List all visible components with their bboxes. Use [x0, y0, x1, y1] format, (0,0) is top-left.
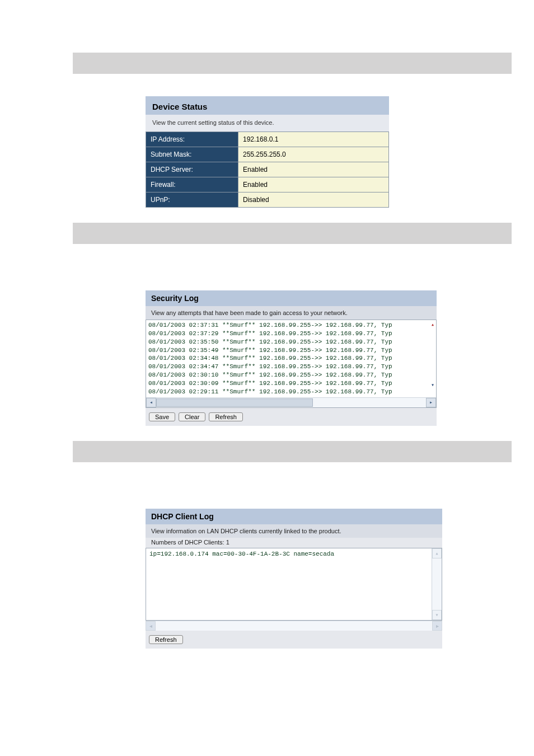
save-button[interactable]: Save: [149, 412, 175, 421]
security-log-subtitle: View any attempts that have been made to…: [146, 306, 437, 320]
scroll-left-icon[interactable]: ◂: [146, 398, 156, 407]
page-band-mid2: [73, 441, 512, 462]
table-row: Firewall: Enabled: [146, 177, 389, 192]
scroll-down-icon[interactable]: ▾: [432, 610, 442, 620]
log-line: 08/01/2003 02:34:48 **Smurf** 192.168.99…: [148, 354, 434, 363]
scroll-up-icon[interactable]: ▴: [431, 321, 434, 328]
scroll-track[interactable]: [156, 398, 426, 407]
upnp-label: UPnP:: [146, 192, 238, 208]
upnp-value: Disabled: [238, 192, 389, 208]
device-status-header: Device Status: [146, 96, 389, 115]
page-band-mid1: [73, 223, 512, 244]
device-status-subtitle: View the current setting status of this …: [146, 115, 389, 132]
dhcp-client-log-subtitle: View information on LAN DHCP clients cur…: [146, 524, 442, 538]
ip-address-label: IP Address:: [146, 132, 238, 147]
table-row: DHCP Server: Enabled: [146, 162, 389, 177]
dhcp-client-log-buttons: Refresh: [146, 631, 442, 649]
dhcp-hscroll[interactable]: ◂ ▸: [146, 621, 442, 631]
log-line: 08/01/2003 02:34:47 **Smurf** 192.168.99…: [148, 363, 434, 371]
page-band-top: [73, 53, 512, 74]
log-line: 08/01/2003 02:30:09 **Smurf** 192.168.99…: [148, 379, 434, 388]
dhcp-log-line: ip=192.168.0.174 mac=00-30-4F-1A-2B-3C n…: [146, 548, 432, 620]
security-log-hscroll[interactable]: ◂ ▸: [146, 397, 436, 407]
refresh-button[interactable]: Refresh: [209, 412, 243, 421]
security-log-header: Security Log: [146, 290, 437, 306]
scroll-track[interactable]: [432, 558, 442, 610]
table-row: Subnet Mask: 255.255.255.0: [146, 147, 389, 162]
security-log-box[interactable]: ▴ ▾ 08/01/2003 02:37:31 **Smurf** 192.16…: [146, 320, 437, 408]
dhcp-client-log-panel: DHCP Client Log View information on LAN …: [146, 509, 442, 649]
scroll-right-icon[interactable]: ▸: [426, 398, 436, 407]
log-line: 08/01/2003 02:30:10 **Smurf** 192.168.99…: [148, 371, 434, 379]
clear-button[interactable]: Clear: [179, 412, 205, 421]
table-row: UPnP: Disabled: [146, 192, 389, 208]
dhcp-client-log-header: DHCP Client Log: [146, 509, 442, 524]
log-line: 08/01/2003 02:29:11 **Smurf** 192.168.99…: [148, 388, 434, 396]
ip-address-value: 192.168.0.1: [238, 132, 389, 147]
scroll-right-icon[interactable]: ▸: [432, 621, 442, 631]
security-log-buttons: Save Clear Refresh: [146, 408, 437, 426]
scroll-up-icon[interactable]: ▴: [432, 548, 442, 558]
dhcp-client-log-title: DHCP Client Log: [151, 512, 437, 521]
scroll-track[interactable]: [156, 621, 432, 631]
security-log-panel: Security Log View any attempts that have…: [146, 290, 437, 426]
log-line: 08/01/2003 02:37:31 **Smurf** 192.168.99…: [148, 321, 434, 330]
log-line: 08/01/2003 02:35:50 **Smurf** 192.168.99…: [148, 338, 434, 346]
log-line: 08/01/2003 02:35:49 **Smurf** 192.168.99…: [148, 346, 434, 355]
device-status-panel: Device Status View the current setting s…: [146, 96, 389, 208]
dhcp-client-count: Numbers of DHCP Clients: 1: [146, 538, 442, 548]
log-line: 08/01/2003 02:37:29 **Smurf** 192.168.99…: [148, 330, 434, 338]
dhcp-server-label: DHCP Server:: [146, 162, 238, 177]
firewall-label: Firewall:: [146, 177, 238, 192]
dhcp-vscroll[interactable]: ▴ ▾: [432, 548, 442, 620]
device-status-title: Device Status: [152, 102, 382, 111]
table-row: IP Address: 192.168.0.1: [146, 132, 389, 147]
subnet-mask-value: 255.255.255.0: [238, 147, 389, 162]
security-log-title: Security Log: [151, 294, 431, 303]
firewall-value: Enabled: [238, 177, 389, 192]
scroll-left-icon[interactable]: ◂: [146, 621, 156, 631]
subnet-mask-label: Subnet Mask:: [146, 147, 238, 162]
scroll-thumb[interactable]: [156, 398, 313, 407]
dhcp-server-value: Enabled: [238, 162, 389, 177]
refresh-button[interactable]: Refresh: [149, 635, 183, 644]
device-status-table: IP Address: 192.168.0.1 Subnet Mask: 255…: [146, 132, 389, 208]
scroll-down-icon[interactable]: ▾: [431, 382, 434, 388]
dhcp-client-log-box[interactable]: ip=192.168.0.174 mac=00-30-4F-1A-2B-3C n…: [146, 548, 442, 621]
